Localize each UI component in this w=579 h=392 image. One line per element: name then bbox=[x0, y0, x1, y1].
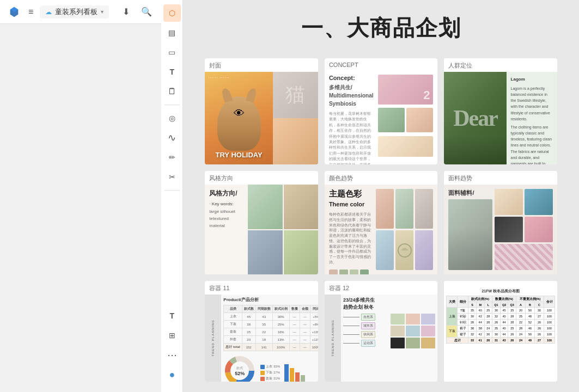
renqun-desc2: The clothing items are typically classic… bbox=[511, 124, 553, 164]
th-qty: 数量 bbox=[289, 305, 300, 313]
bar-3: 套 bbox=[295, 372, 300, 382]
concept-content: Concept: 多维共生/MultidimensionalSymbiosis … bbox=[329, 75, 434, 158]
sidebar-item-curve[interactable]: ∿ bbox=[163, 129, 181, 146]
dtr-v37: 32 bbox=[468, 332, 477, 338]
c12-1 bbox=[391, 314, 405, 324]
concept-subtitle: 多维共生/MultidimensionalSymbiosis bbox=[329, 83, 374, 108]
trend11-table: 品类 款式数 同期款数 款式比例 数量 金额 同比 上衣 bbox=[223, 305, 318, 351]
mianliao-left: 面料辅料/ bbox=[448, 189, 492, 270]
card-fengge[interactable]: 风格方向 风格方向/ · Key words: large silhouette… bbox=[205, 171, 318, 274]
td-25: 13% bbox=[272, 336, 289, 344]
dth-a2: B bbox=[526, 302, 535, 308]
td-t5: — bbox=[300, 344, 310, 351]
sidebar-item-dots[interactable]: ⋯ bbox=[163, 346, 181, 364]
bar-1: 上 bbox=[284, 364, 289, 382]
sidebar-item-rect[interactable]: ▭ bbox=[163, 44, 181, 61]
sidebar-item-text[interactable]: T bbox=[163, 63, 181, 81]
td-1: 上衣 bbox=[224, 313, 242, 321]
yanse-left: 主题色彩Theme color 每种色彩都讲述着关于自然与生活的故事，柔和的米色… bbox=[329, 189, 373, 270]
td-t3: 100% bbox=[272, 344, 289, 351]
th-yoy: 同比 bbox=[310, 305, 318, 313]
dtr-t3: 100 bbox=[544, 320, 555, 326]
download-button[interactable]: ⬇ bbox=[118, 4, 134, 20]
dtr-v23: 44 bbox=[500, 320, 508, 326]
dtr-v35: 46 bbox=[526, 326, 535, 332]
renqun-overlay bbox=[444, 137, 506, 164]
swatch-1 bbox=[329, 270, 338, 275]
bar-2: 下 bbox=[290, 368, 294, 382]
yanse-img-1 bbox=[376, 189, 394, 229]
breadcrumb[interactable]: ☁ 童装系列看板 ▾ bbox=[40, 5, 109, 19]
legend-text-3: 套装 21% bbox=[266, 376, 280, 381]
main-area: 一、大商品企划 封面 ⋯⋯ ⋯⋯ 👁 TRY HOLIDAY bbox=[183, 0, 579, 392]
sidebar-item-text2[interactable]: T bbox=[163, 307, 181, 324]
card-yanse[interactable]: 颜色趋势 主题色彩Theme color 每种色彩都讲述着关于自然与生活的故事，… bbox=[325, 171, 438, 274]
mianliao-img-2 bbox=[525, 189, 553, 215]
dth-amt: 不重复比例(%) bbox=[516, 296, 544, 302]
renqun-brand: Lagom bbox=[511, 76, 553, 83]
card-mianliao[interactable]: 面料趋势 面料辅料/ bbox=[444, 171, 557, 274]
td-3: 43 bbox=[255, 313, 272, 321]
concept-images: 2 bbox=[378, 75, 434, 158]
holiday-text: TRY HOLIDAY bbox=[215, 151, 262, 159]
sidebar: ⬡ ▤ ▭ T 🗒 ◎ ∿ ✏ ✂ T ⊞ ⋯ ● bbox=[161, 0, 183, 392]
menu-button[interactable]: ≡ bbox=[26, 5, 35, 19]
content-scroll[interactable]: 一、大商品企划 封面 ⋯⋯ ⋯⋯ 👁 TRY HOLIDAY bbox=[183, 0, 579, 392]
dtr-v9: 30 bbox=[535, 308, 544, 314]
dtr-v11: 42 bbox=[476, 314, 484, 320]
sidebar-item-circle[interactable]: ◎ bbox=[163, 109, 181, 127]
dth-q3: Q3 bbox=[508, 302, 516, 308]
card-concept-label: CONCEPT bbox=[325, 58, 438, 70]
card-renqun[interactable]: 人群定位 Dear Lagom Lagom is a perfectly bal… bbox=[444, 58, 557, 164]
legend-text-1: 上衣 33% bbox=[266, 364, 280, 369]
fengge-img-1 bbox=[248, 185, 282, 229]
card-container12-label: 容器 12 bbox=[325, 281, 438, 295]
dtr-t4: 100 bbox=[544, 326, 555, 332]
container12-title: 23/24多维共生趋势企划 秋冬 bbox=[343, 297, 436, 310]
tree-node-4: 运动系 bbox=[361, 340, 375, 347]
tree-item-1: 自然系 bbox=[343, 314, 388, 321]
sidebar-item-blue-dot[interactable]: ● bbox=[163, 366, 181, 383]
td-18: 16% bbox=[272, 328, 289, 336]
dtr-ts2: 41 bbox=[476, 338, 484, 344]
dtr-v20: 44 bbox=[476, 320, 484, 326]
td-13: — bbox=[300, 321, 310, 328]
td-12: — bbox=[289, 321, 300, 328]
swatch-2 bbox=[339, 270, 348, 275]
c12-4 bbox=[391, 326, 405, 336]
card-fengmian[interactable]: 封面 ⋯⋯ ⋯⋯ 👁 TRY HOLIDAY 猫 bbox=[205, 58, 318, 164]
search-button[interactable]: 🔍 bbox=[138, 4, 155, 20]
dtr-v19: 28 bbox=[468, 320, 477, 326]
fengge-content: 风格方向/ · Key words: large silhouettetextu… bbox=[205, 185, 318, 274]
c12-5 bbox=[406, 326, 420, 336]
card-datatable[interactable]: 21FW 秋冬品类分布图 大类 细分 款式比例(%) 数量比例(%) 不重复比例… bbox=[444, 281, 557, 382]
tree-item-2: 城市系 bbox=[343, 322, 388, 329]
sidebar-item-layers[interactable]: ⬡ bbox=[163, 4, 181, 22]
container11-vert: TREND PLANNING bbox=[205, 295, 221, 382]
td-14: +8% bbox=[310, 321, 318, 328]
sidebar-item-note[interactable]: 🗒 bbox=[163, 83, 181, 100]
td-t4: — bbox=[289, 344, 300, 351]
tree-line-2 bbox=[343, 326, 359, 326]
sidebar-item-stack[interactable]: ▤ bbox=[163, 24, 181, 41]
dtr-v16: 25 bbox=[516, 314, 526, 320]
dtr-v34: 28 bbox=[516, 326, 526, 332]
sidebar-item-pen[interactable]: ✏ bbox=[163, 149, 181, 166]
sidebar-item-grid[interactable]: ⊞ bbox=[163, 327, 181, 344]
card-container12[interactable]: 容器 12 TREND PLANNING 23/24多维共生趋势企划 秋冬 bbox=[325, 281, 438, 382]
dtr-ts7: 24 bbox=[516, 338, 526, 344]
legend-text-2: 下装 17% bbox=[266, 370, 280, 375]
legend-3: 套装 21% bbox=[260, 376, 280, 381]
card-container11[interactable]: 容器 11 TREND PLANNING Product/产品分析 品类 款式数 bbox=[205, 281, 318, 382]
card-concept[interactable]: CONCEPT Concept: 多维共生/MultidimensionalSy… bbox=[325, 58, 438, 164]
container12-vert: TREND PLANNING bbox=[325, 295, 341, 382]
dtr-v24: 28 bbox=[508, 320, 516, 326]
card-container11-label: 容器 11 bbox=[205, 281, 318, 295]
tree-line-3 bbox=[343, 334, 359, 335]
td-8: 下装 bbox=[224, 321, 242, 328]
sidebar-item-scissors[interactable]: ✂ bbox=[163, 168, 181, 186]
th-category: 品类 bbox=[224, 305, 242, 313]
c12-8 bbox=[406, 338, 420, 348]
dtr-v17: 48 bbox=[526, 314, 535, 320]
fengge-img-3 bbox=[248, 230, 282, 275]
